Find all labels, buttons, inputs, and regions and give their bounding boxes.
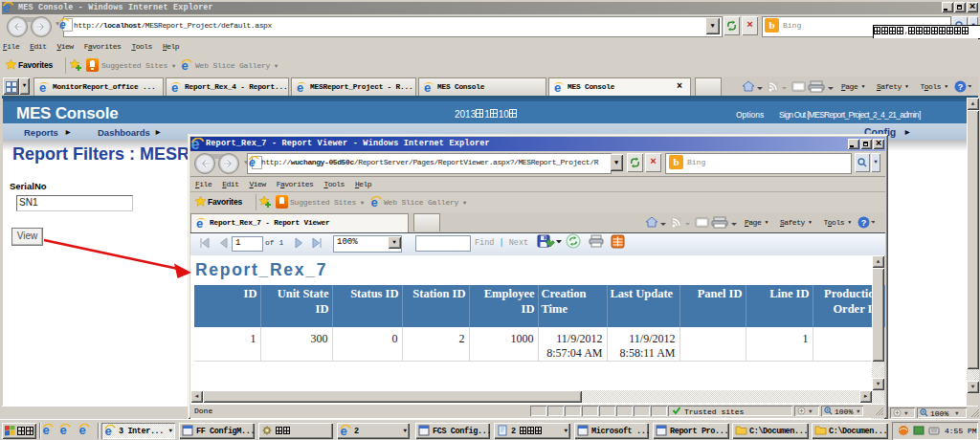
svg-text:e: e bbox=[43, 424, 50, 435]
svg-text:e: e bbox=[341, 425, 347, 436]
svg-text:e: e bbox=[105, 425, 112, 436]
svg-text:e: e bbox=[79, 424, 86, 435]
svg-text:e: e bbox=[60, 424, 67, 435]
